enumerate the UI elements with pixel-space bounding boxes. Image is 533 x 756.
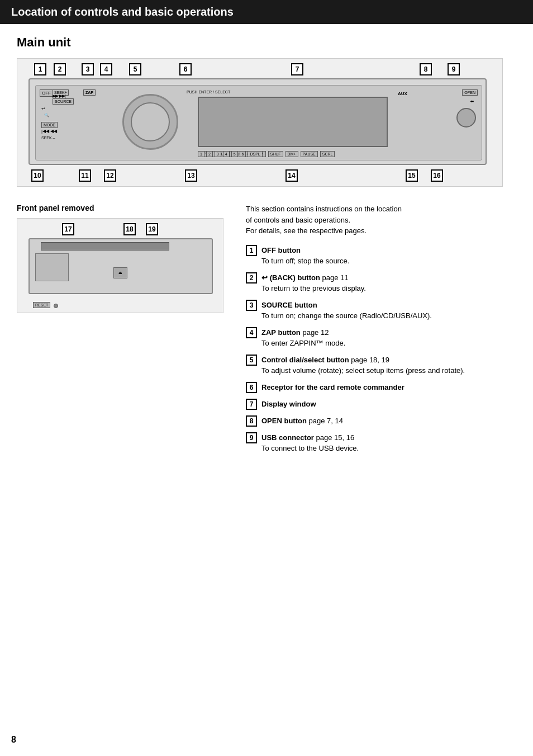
scrl-label: SCRL bbox=[320, 151, 335, 157]
control-label-8: OPEN button page 7, 14 bbox=[261, 417, 343, 425]
control-desc-1: To turn off; stop the source. bbox=[261, 257, 349, 265]
left-connector bbox=[35, 253, 69, 281]
preset-row: 1 2 3 4 5 6 DSPL bbox=[198, 151, 263, 157]
device-inner: OFF SEEK+ ▶▶ ▶▶| SOURCE ↩ 🔍 MODE |◀◀ ◀◀ … bbox=[35, 85, 482, 160]
control-item-2: 2 ↩ (BACK) button page 11 To return to t… bbox=[246, 272, 516, 294]
badge-17: 17 bbox=[62, 223, 74, 235]
front-panel-diagram: 17 18 19 ⏏ RESET bbox=[17, 218, 223, 313]
reset-label: RESET bbox=[33, 302, 50, 308]
control-text-7: Display window bbox=[261, 399, 316, 410]
back-icon: ↩ bbox=[41, 106, 45, 111]
aux-label: AUX bbox=[398, 91, 407, 96]
control-text-1: OFF button To turn off; stop the source. bbox=[261, 245, 349, 267]
control-text-6: Receptor for the card remote commander bbox=[261, 382, 404, 393]
control-item-1: 1 OFF button To turn off; stop the sourc… bbox=[246, 245, 516, 267]
display-area bbox=[198, 97, 388, 147]
badge-12: 12 bbox=[104, 169, 116, 182]
control-num-1: 1 bbox=[246, 245, 257, 256]
main-unit-diagram: 1 2 3 4 5 6 7 8 9 OFF SEEK+ ▶▶ ▶▶| SOURC… bbox=[17, 58, 503, 187]
shuf-label: SHUF bbox=[268, 151, 283, 157]
left-panel: OFF SEEK+ ▶▶ ▶▶| SOURCE ↩ 🔍 MODE |◀◀ ◀◀ … bbox=[39, 88, 131, 158]
intro-line2: of controls and basic operations. bbox=[246, 216, 350, 224]
control-label-9: USB connector page 15, 16 bbox=[261, 433, 354, 442]
control-item-8: 8 OPEN button page 7, 14 bbox=[246, 415, 516, 427]
badge-6: 6 bbox=[179, 63, 192, 75]
right-panel: OPEN ⬇ AUX bbox=[395, 88, 479, 158]
control-desc-3: To turn on; change the source (Radio/CD/… bbox=[261, 311, 432, 320]
intro-line3: For details, see the respective pages. bbox=[246, 226, 367, 235]
control-num-3: 3 bbox=[246, 300, 257, 311]
control-label-4: ZAP button page 12 bbox=[261, 328, 329, 337]
control-item-4: 4 ZAP button page 12 To enter ZAPPIN™ mo… bbox=[246, 327, 516, 349]
badge-13: 13 bbox=[185, 169, 197, 182]
control-dial bbox=[120, 94, 181, 155]
zap-label: ZAP bbox=[83, 89, 96, 96]
control-item-3: 3 SOURCE button To turn on; change the s… bbox=[246, 300, 516, 322]
control-label-7: Display window bbox=[261, 400, 316, 408]
badge-5: 5 bbox=[129, 63, 141, 75]
skip-arrows: ▶▶ ▶▶| bbox=[53, 94, 66, 98]
badge-8: 8 bbox=[420, 63, 432, 75]
page-header: Location of controls and basic operation… bbox=[0, 0, 533, 24]
badge-18: 18 bbox=[123, 223, 136, 235]
preset-6: 6 bbox=[240, 151, 246, 157]
mode-label: MODE bbox=[41, 122, 58, 128]
control-num-9: 9 bbox=[246, 432, 257, 443]
badge-3: 3 bbox=[82, 63, 94, 75]
control-item-9: 9 USB connector page 15, 16 To connect t… bbox=[246, 432, 516, 454]
search-icon: 🔍 bbox=[44, 113, 49, 117]
badge-4: 4 bbox=[100, 63, 112, 75]
aux-knob bbox=[456, 108, 476, 127]
badge-14: 14 bbox=[285, 169, 298, 182]
badge-1: 1 bbox=[34, 63, 46, 75]
off-button-label: OFF bbox=[40, 89, 53, 97]
dspl-label: DSPL bbox=[248, 151, 262, 157]
dial-outer bbox=[122, 94, 178, 150]
preset-3: 3 bbox=[215, 151, 221, 157]
badge-9: 9 bbox=[448, 63, 460, 75]
badge-11: 11 bbox=[79, 169, 91, 182]
control-text-3: SOURCE button To turn on; change the sou… bbox=[261, 300, 432, 322]
intro-line1: This section contains instructions on th… bbox=[246, 205, 402, 213]
front-panel-title: Front panel removed bbox=[17, 204, 229, 212]
control-label-5: Control dial/select button page 18, 19 bbox=[261, 356, 389, 364]
control-num-8: 8 bbox=[246, 415, 257, 427]
intro-text: This section contains instructions on th… bbox=[246, 204, 516, 237]
badge-10: 10 bbox=[31, 169, 44, 182]
control-num-4: 4 bbox=[246, 327, 257, 338]
control-label-6: Receptor for the card remote commander bbox=[261, 383, 404, 391]
front-panel-section: Front panel removed 17 18 19 ⏏ RESET bbox=[17, 204, 229, 460]
device-body: OFF SEEK+ ▶▶ ▶▶| SOURCE ↩ 🔍 MODE |◀◀ ◀◀ … bbox=[28, 78, 487, 165]
control-num-2: 2 bbox=[246, 272, 257, 284]
source-label: SOURCE bbox=[53, 98, 74, 105]
control-text-2: ↩ (BACK) button page 11 To return to the… bbox=[261, 272, 366, 294]
dial-inner bbox=[131, 102, 170, 141]
control-text-4: ZAP button page 12 To enter ZAPPIN™ mode… bbox=[261, 327, 345, 349]
control-num-7: 7 bbox=[246, 399, 257, 410]
preset-1: 1 bbox=[198, 151, 204, 157]
lower-section: Front panel removed 17 18 19 ⏏ RESET bbox=[17, 204, 516, 460]
control-desc-5: To adjust volume (rotate); select setup … bbox=[261, 366, 465, 375]
dm-plus-label: DM+ bbox=[285, 151, 298, 157]
open-label: OPEN bbox=[462, 89, 478, 96]
header-title: Location of controls and basic operation… bbox=[11, 6, 234, 18]
fp-device-body: ⏏ bbox=[28, 238, 213, 294]
push-enter-label: PUSH ENTER / SELECT bbox=[187, 90, 230, 94]
control-text-9: USB connector page 15, 16 To connect to … bbox=[261, 432, 359, 454]
control-text-5: Control dial/select button page 18, 19 T… bbox=[261, 355, 465, 376]
control-num-5: 5 bbox=[246, 355, 257, 366]
badge-7: 7 bbox=[291, 63, 303, 75]
control-desc-4: To enter ZAPPIN™ mode. bbox=[261, 339, 345, 347]
control-item-5: 5 Control dial/select button page 18, 19… bbox=[246, 355, 516, 376]
usb-connector-icon: ⬇ bbox=[469, 100, 474, 103]
section-title: Main unit bbox=[17, 35, 516, 50]
controls-list: 1 OFF button To turn off; stop the sourc… bbox=[246, 245, 516, 454]
prev-track: |◀◀ ◀◀ bbox=[41, 129, 57, 134]
badge-16: 16 bbox=[431, 169, 443, 182]
control-item-6: 6 Receptor for the card remote commander bbox=[246, 382, 516, 393]
badge-19: 19 bbox=[146, 223, 158, 235]
reset-hole bbox=[54, 304, 58, 308]
control-num-6: 6 bbox=[246, 382, 257, 393]
control-text-8: OPEN button page 7, 14 bbox=[261, 415, 343, 427]
control-label-2: ↩ (BACK) button page 11 bbox=[261, 273, 349, 282]
